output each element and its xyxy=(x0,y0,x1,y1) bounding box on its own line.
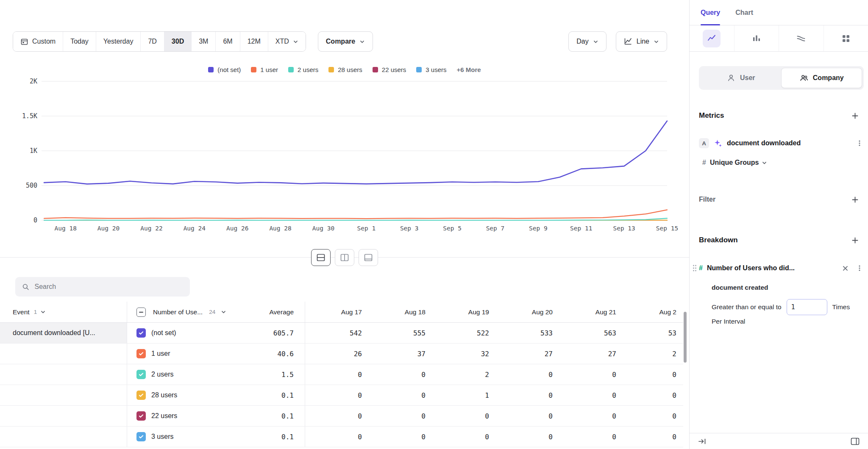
svg-text:Aug 22: Aug 22 xyxy=(140,225,162,232)
measure-label: Unique Groups xyxy=(710,159,759,166)
breakdown-event-name[interactable]: document created xyxy=(712,284,863,292)
event-cell-empty xyxy=(0,364,127,385)
data-value: 0 xyxy=(363,406,426,426)
data-value: 2 xyxy=(426,364,490,385)
legend-item[interactable]: 3 users xyxy=(416,66,446,73)
range-button-12m[interactable]: 12M xyxy=(240,32,268,51)
check-icon xyxy=(138,392,144,398)
svg-text:Sep 7: Sep 7 xyxy=(486,225,505,232)
analytics-app: CustomTodayYesterday7D30D3M6M12MXTD Comp… xyxy=(0,0,868,449)
select-all-checkbox[interactable] xyxy=(136,308,146,317)
check-icon xyxy=(138,351,144,357)
data-value: 0 xyxy=(617,385,677,405)
layout-split-horizontal-button[interactable] xyxy=(311,249,331,266)
breakdown-property-row[interactable]: # Number of Users who did... xyxy=(699,262,863,274)
date-column-header: Aug 18 xyxy=(363,302,426,322)
legend-swatch xyxy=(288,67,294,72)
series-name-cell: 3 users xyxy=(127,427,237,447)
data-value: 542 xyxy=(305,323,363,343)
add-filter-button[interactable] xyxy=(849,193,861,206)
tab-query[interactable]: Query xyxy=(701,0,720,25)
search-input[interactable] xyxy=(35,283,183,291)
right-panel-toggle-button[interactable] xyxy=(851,438,860,445)
legend-item[interactable]: 2 users xyxy=(288,66,318,73)
average-value: 0.1 xyxy=(237,406,305,426)
breakdown-options-button[interactable] xyxy=(856,265,863,272)
event-cell[interactable]: document downloaded [U... xyxy=(0,323,127,343)
line-chart[interactable]: 05001K1.5K2KAug 18Aug 20Aug 22Aug 24Aug … xyxy=(7,75,681,235)
compare-button[interactable]: Compare xyxy=(318,31,373,52)
interval-select[interactable]: Day xyxy=(568,31,606,52)
series-checkbox[interactable] xyxy=(136,328,146,338)
tab-line-chart[interactable] xyxy=(690,25,734,51)
range-button-3m[interactable]: 3M xyxy=(191,32,215,51)
chart-type-select[interactable]: Line xyxy=(616,31,667,52)
group-column-header[interactable]: Number of Use... 24 xyxy=(127,302,237,322)
tab-more-charts[interactable] xyxy=(823,25,868,51)
legend-item[interactable]: 1 user xyxy=(251,66,278,73)
legend-label: 3 users xyxy=(426,66,446,73)
data-value: 53 xyxy=(617,323,677,343)
metric-item[interactable]: A document downloaded xyxy=(699,137,863,149)
tab-chart[interactable]: Chart xyxy=(735,0,753,25)
per-interval-option[interactable]: Per Interval xyxy=(712,318,863,326)
remove-breakdown-button[interactable] xyxy=(842,265,849,272)
series-checkbox[interactable] xyxy=(136,411,146,421)
scope-company-option[interactable]: Company xyxy=(781,68,862,88)
svg-text:Sep 15: Sep 15 xyxy=(656,225,678,232)
times-value-input[interactable] xyxy=(787,299,827,315)
legend-item[interactable]: (not set) xyxy=(208,66,241,73)
legend-more[interactable]: +6 More xyxy=(457,66,481,73)
range-button-30d[interactable]: 30D xyxy=(164,32,191,51)
range-label: 7D xyxy=(148,38,156,45)
event-cell-empty xyxy=(0,385,127,405)
layout-split-vertical-button[interactable] xyxy=(335,249,354,266)
range-button-7d[interactable]: 7D xyxy=(140,32,164,51)
series-checkbox[interactable] xyxy=(136,370,146,379)
series-name-cell: 1 user xyxy=(127,344,237,364)
table-row: 22 users0.1000000 xyxy=(0,406,683,427)
tab-bar-chart[interactable] xyxy=(734,25,779,51)
range-button-today[interactable]: Today xyxy=(63,32,96,51)
range-button-xtd[interactable]: XTD xyxy=(268,32,306,51)
scope-user-option[interactable]: User xyxy=(701,68,781,88)
chevron-down-icon xyxy=(221,309,226,315)
condition-operator[interactable]: Greater than or equal to xyxy=(712,303,782,311)
svg-text:Sep 13: Sep 13 xyxy=(613,225,635,232)
search-icon xyxy=(22,283,30,291)
vertical-scrollbar-thumb[interactable] xyxy=(684,312,687,363)
table-search xyxy=(15,277,190,297)
average-header-label: Average xyxy=(270,308,294,316)
collapse-panel-button[interactable] xyxy=(698,438,707,445)
number-property-icon: # xyxy=(702,159,706,166)
add-metric-button[interactable] xyxy=(849,109,861,122)
data-value: 0 xyxy=(305,385,363,405)
range-button-custom[interactable]: Custom xyxy=(13,32,63,51)
range-button-yesterday[interactable]: Yesterday xyxy=(96,32,141,51)
check-icon xyxy=(138,330,144,336)
svg-text:Aug 24: Aug 24 xyxy=(184,225,206,232)
event-column-header[interactable]: Event 1 xyxy=(0,302,127,322)
filter-section-header: Filter xyxy=(690,193,868,206)
data-value: 0 xyxy=(554,427,617,447)
grid-icon xyxy=(841,33,851,44)
drag-handle-icon[interactable] xyxy=(693,264,697,272)
legend-swatch xyxy=(208,67,214,72)
series-checkbox[interactable] xyxy=(136,349,146,358)
series-checkbox[interactable] xyxy=(136,391,146,400)
series-checkbox[interactable] xyxy=(136,432,146,441)
measure-dropdown[interactable]: Unique Groups xyxy=(710,159,768,166)
range-button-6m[interactable]: 6M xyxy=(215,32,239,51)
event-cell-empty xyxy=(0,427,127,447)
tab-flow-chart[interactable] xyxy=(779,25,823,51)
legend-item[interactable]: 28 users xyxy=(328,66,362,73)
layout-single-panel-button[interactable] xyxy=(359,249,378,266)
data-value: 27 xyxy=(554,344,617,364)
legend-item[interactable]: 22 users xyxy=(373,66,406,73)
date-header-label: Aug 18 xyxy=(405,308,426,316)
svg-text:Aug 30: Aug 30 xyxy=(312,225,334,232)
svg-text:500: 500 xyxy=(26,182,37,189)
series-name-cell: 2 users xyxy=(127,364,237,385)
metric-options-button[interactable] xyxy=(856,140,863,147)
add-breakdown-button[interactable] xyxy=(849,234,861,247)
